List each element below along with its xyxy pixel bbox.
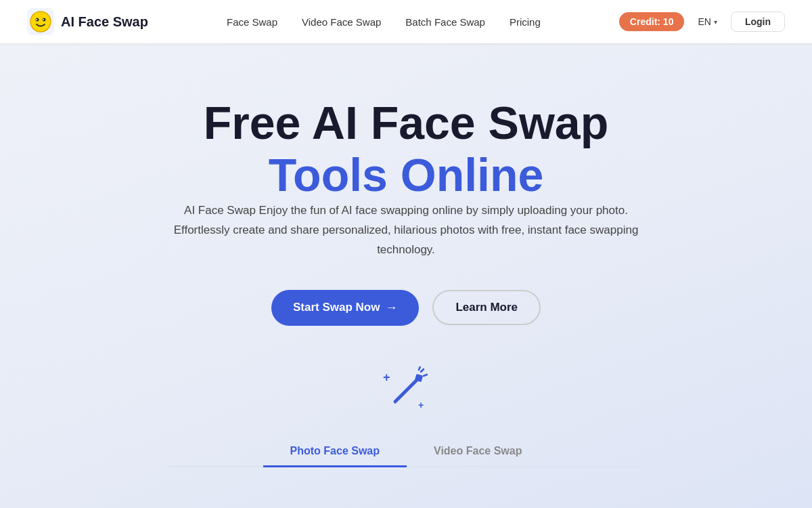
nav-video-face-swap[interactable]: Video Face Swap xyxy=(302,16,381,28)
header-right: Credit: 10 EN ▾ Login xyxy=(619,12,785,32)
svg-point-4 xyxy=(36,19,37,20)
svg-line-10 xyxy=(421,369,424,372)
svg-line-11 xyxy=(424,375,427,376)
svg-text:+: + xyxy=(383,371,390,384)
svg-line-8 xyxy=(395,378,419,402)
chevron-down-icon: ▾ xyxy=(714,18,717,26)
nav-face-swap[interactable]: Face Swap xyxy=(227,16,277,28)
arrow-icon: → xyxy=(385,301,397,315)
login-button[interactable]: Login xyxy=(731,12,785,32)
logo-text: AI Face Swap xyxy=(61,14,148,30)
learn-more-button[interactable]: Learn More xyxy=(432,290,541,325)
lang-label: EN xyxy=(698,16,710,27)
nav-pricing[interactable]: Pricing xyxy=(510,16,541,28)
hero-subtitle: AI Face Swap Enjoy the fun of AI face sw… xyxy=(162,201,650,260)
hero-buttons: Start Swap Now → Learn More xyxy=(271,290,541,326)
logo[interactable]: AI Face Swap xyxy=(27,8,148,35)
tabs-container: Photo Face Swap Video Face Swap xyxy=(169,437,643,467)
svg-text:+: + xyxy=(418,400,424,410)
svg-line-12 xyxy=(419,366,420,370)
tab-photo-face-swap[interactable]: Photo Face Swap xyxy=(263,437,407,467)
wand-icon-container: + + xyxy=(382,366,430,418)
svg-point-1 xyxy=(30,12,51,32)
nav-batch-face-swap[interactable]: Batch Face Swap xyxy=(405,16,485,28)
lang-selector[interactable]: EN ▾ xyxy=(692,12,722,31)
hero-title-line1: Free AI Face Swap xyxy=(204,98,608,148)
hero-section: Free AI Face Swap Tools Online AI Face S… xyxy=(0,43,812,508)
svg-point-5 xyxy=(43,19,44,20)
tab-video-face-swap[interactable]: Video Face Swap xyxy=(407,437,549,467)
hero-title-line2: Tools Online xyxy=(269,148,544,201)
main-nav: Face Swap Video Face Swap Batch Face Swa… xyxy=(227,16,541,28)
magic-wand-icon: + + xyxy=(382,366,430,415)
header: AI Face Swap Face Swap Video Face Swap B… xyxy=(0,0,812,43)
credit-badge[interactable]: Credit: 10 xyxy=(619,12,685,31)
logo-icon xyxy=(27,8,54,35)
start-swap-button[interactable]: Start Swap Now → xyxy=(271,290,419,326)
